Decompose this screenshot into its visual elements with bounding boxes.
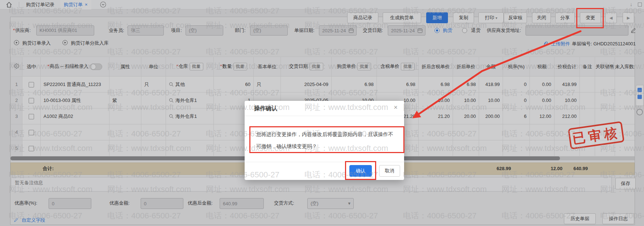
- dialog-close-icon[interactable]: ×: [394, 104, 398, 111]
- confirm-dialog: 操作确认 × 您将进行变更操作，内容修改后将覆盖原始内容，且该操作不可撤销，确认…: [245, 101, 404, 180]
- dialog-footer: 确认 取消: [245, 162, 404, 180]
- dialog-message: 您将进行变更操作，内容修改后将覆盖原始内容，且该操作不可撤销，确认继续变更吗？: [256, 128, 397, 152]
- dialog-title: 操作确认: [254, 105, 277, 112]
- confirm-button[interactable]: 确认: [349, 165, 372, 177]
- dialog-header: 操作确认 ×: [245, 101, 404, 116]
- cancel-button[interactable]: 取消: [379, 165, 400, 177]
